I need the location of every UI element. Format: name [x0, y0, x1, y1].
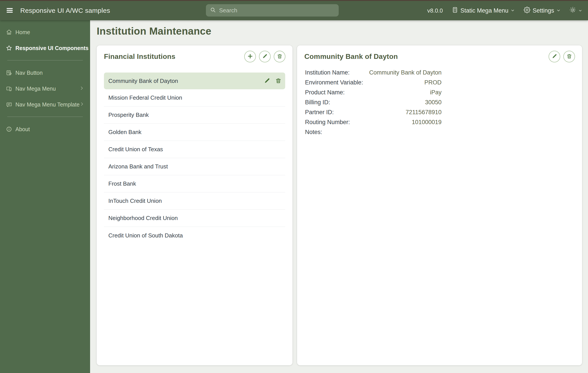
- list-item[interactable]: Golden Bank: [104, 124, 285, 141]
- field-value: iPay: [430, 89, 441, 96]
- field-value: 101000019: [412, 119, 441, 126]
- field-label: Billing ID:: [305, 99, 330, 106]
- edit-institution-button[interactable]: [259, 51, 271, 62]
- sidebar-item-label: Nav Mega Menu Template: [15, 101, 80, 108]
- settings-label: Settings: [533, 7, 554, 14]
- list-card-title: Financial Institutions: [104, 53, 175, 61]
- institution-detail-card: Community Bank of Dayton: [297, 45, 582, 365]
- institution-name: InTouch Credit Union: [108, 197, 162, 204]
- hamburger-icon: [6, 6, 14, 15]
- field-value: Community Bank of Dayton: [369, 69, 441, 76]
- chevron-right-icon: [80, 101, 84, 108]
- detail-card-title: Community Bank of Dayton: [304, 53, 398, 61]
- field-label: Environment Variable:: [305, 79, 363, 86]
- institution-name: Credit Union of South Dakota: [108, 232, 183, 239]
- detail-field: Product Name: iPay: [305, 88, 441, 98]
- topbar-right: v8.0.0 Static Mega Menu Settings: [427, 7, 582, 15]
- field-label: Notes:: [305, 129, 322, 136]
- field-value: 30050: [425, 99, 441, 106]
- sidebar-item-about[interactable]: About: [0, 121, 90, 137]
- list-item[interactable]: Arizona Bank and Trust: [104, 158, 285, 175]
- pencil-icon: [262, 53, 268, 60]
- field-label: Partner ID:: [305, 109, 334, 116]
- delete-institution-button[interactable]: [274, 51, 285, 62]
- institution-name: Credit Union of Texas: [108, 146, 163, 153]
- list-item[interactable]: Credit Union of South Dakota: [104, 227, 285, 244]
- sidebar: Home Responsive UI Components Nav Button…: [0, 20, 90, 373]
- settings-dropdown[interactable]: Settings: [524, 7, 561, 15]
- list-item-selected[interactable]: Community Bank of Dayton: [104, 73, 285, 89]
- mega-menu-label: Static Mega Menu: [461, 7, 508, 14]
- list-item[interactable]: Credit Union of Texas: [104, 141, 285, 158]
- trash-icon: [277, 53, 283, 60]
- field-label: Routing Number:: [305, 119, 350, 126]
- institution-name: Community Bank of Dayton: [108, 77, 178, 84]
- sun-icon: [569, 7, 576, 15]
- main-content: Institution Maintenance Financial Instit…: [90, 20, 588, 373]
- field-label: Institution Name:: [305, 69, 350, 76]
- list-item[interactable]: Frost Bank: [104, 175, 285, 192]
- sidebar-item-label: Nav Mega Menu: [15, 86, 56, 92]
- trash-icon: [275, 77, 282, 84]
- page-title: Institution Maintenance: [97, 25, 211, 37]
- detail-edit-button[interactable]: [549, 51, 560, 62]
- sidebar-item-home[interactable]: Home: [0, 24, 90, 40]
- topbar: Responsive UI A/WC samples v8.0.0 Static…: [0, 1, 588, 20]
- theme-dropdown[interactable]: [569, 7, 582, 15]
- add-institution-button[interactable]: [244, 51, 256, 62]
- field-value: 72115678910: [406, 109, 441, 116]
- detail-delete-button[interactable]: [563, 51, 575, 62]
- search-icon: [210, 7, 216, 14]
- plus-icon: [247, 53, 253, 60]
- institution-name: Prosperity Bank: [108, 111, 149, 118]
- sidebar-item-nav-mega-menu[interactable]: Nav Mega Menu: [0, 81, 90, 97]
- list-card-header: Financial Institutions: [97, 45, 293, 62]
- star-icon: [6, 45, 12, 51]
- institution-name: Neighborhood Credit Union: [108, 215, 178, 221]
- row-edit-button[interactable]: [264, 77, 270, 85]
- row-actions: [264, 77, 282, 85]
- detail-field: Institution Name: Community Bank of Dayt…: [305, 68, 441, 77]
- pencil-icon: [264, 77, 270, 85]
- list-item[interactable]: Mission Federal Credit Union: [104, 89, 285, 107]
- institution-list: Community Bank of Dayton: [104, 73, 285, 244]
- version-label: v8.0.0: [427, 7, 443, 14]
- nav-mega-menu-template-icon: [6, 101, 12, 108]
- sidebar-item-label: Responsive UI Components: [15, 45, 89, 51]
- sidebar-item-label: Nav Button: [15, 70, 43, 76]
- chevron-down-icon: [511, 7, 515, 14]
- institution-name: Frost Bank: [108, 180, 136, 187]
- cards-row: Financial Institutions: [97, 45, 582, 365]
- hamburger-menu-button[interactable]: [5, 6, 15, 15]
- sidebar-item-responsive-ui-components[interactable]: Responsive UI Components: [0, 40, 90, 56]
- sidebar-item-nav-button[interactable]: Nav Button: [0, 65, 90, 81]
- list-card-actions: [244, 51, 285, 62]
- row-delete-button[interactable]: [275, 77, 282, 85]
- list-item[interactable]: Neighborhood Credit Union: [104, 210, 285, 227]
- chevron-down-icon: [556, 7, 561, 14]
- detail-field: Environment Variable: PROD: [305, 77, 441, 88]
- nav-mega-menu-icon: [6, 85, 12, 92]
- sidebar-item-nav-mega-menu-template[interactable]: Nav Mega Menu Template: [0, 97, 90, 112]
- field-label: Product Name:: [305, 89, 345, 96]
- institution-name: Golden Bank: [108, 129, 141, 136]
- pencil-icon: [552, 53, 557, 60]
- sidebar-divider: [7, 60, 83, 60]
- detail-field: Notes:: [305, 127, 441, 137]
- sidebar-divider: [7, 117, 83, 117]
- mega-menu-dropdown[interactable]: Static Mega Menu: [452, 7, 515, 15]
- financial-institutions-card: Financial Institutions: [97, 45, 293, 365]
- search-box[interactable]: [206, 4, 339, 17]
- list-item[interactable]: InTouch Credit Union: [104, 192, 285, 210]
- sidebar-item-label: About: [15, 126, 30, 132]
- institution-name: Mission Federal Credit Union: [108, 94, 182, 101]
- home-icon: [6, 29, 12, 35]
- list-item[interactable]: Prosperity Bank: [104, 107, 285, 124]
- trash-icon: [567, 53, 572, 60]
- detail-field: Partner ID: 72115678910: [305, 107, 441, 117]
- chevron-down-icon: [578, 7, 582, 14]
- mega-menu-icon: [452, 7, 458, 15]
- search-input[interactable]: [219, 7, 335, 14]
- detail-field: Billing ID: 30050: [305, 98, 441, 107]
- field-value: PROD: [424, 79, 441, 86]
